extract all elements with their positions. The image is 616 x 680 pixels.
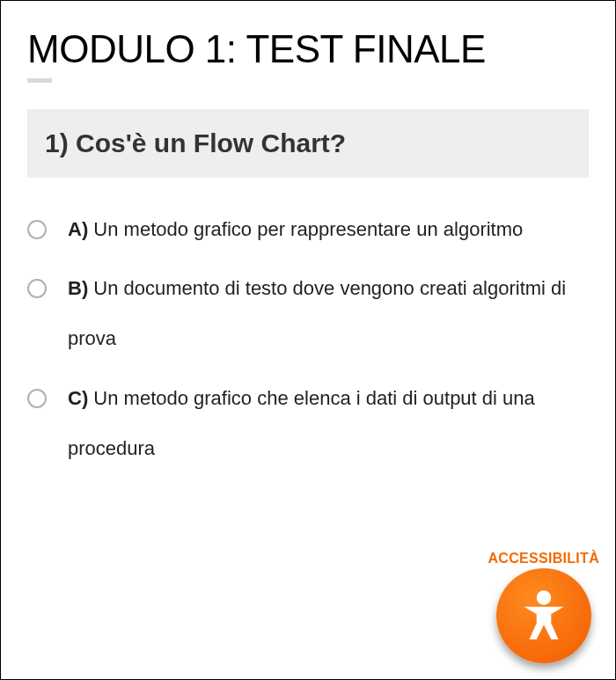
question-prompt: 1) Cos'è un Flow Chart? bbox=[27, 109, 589, 178]
option-a-letter: A) bbox=[68, 218, 88, 240]
option-a[interactable]: A) Un metodo grafico per rappresentare u… bbox=[27, 204, 589, 254]
title-underline bbox=[27, 78, 52, 83]
option-c-text: C) Un metodo grafico che elenca i dati d… bbox=[68, 373, 589, 473]
page-title: MODULO 1: TEST FINALE bbox=[27, 27, 589, 71]
option-b[interactable]: B) Un documento di testo dove vengono cr… bbox=[27, 263, 589, 363]
option-a-body: Un metodo grafico per rappresentare un a… bbox=[88, 218, 523, 240]
radio-a[interactable] bbox=[27, 220, 47, 239]
option-c[interactable]: C) Un metodo grafico che elenca i dati d… bbox=[27, 373, 589, 473]
option-c-letter: C) bbox=[68, 387, 88, 409]
accessibility-label: ACCESSIBILITÀ bbox=[488, 551, 599, 567]
option-c-body: Un metodo grafico che elenca i dati di o… bbox=[68, 387, 535, 459]
option-b-letter: B) bbox=[68, 277, 88, 299]
svg-point-0 bbox=[536, 590, 551, 605]
option-a-text: A) Un metodo grafico per rappresentare u… bbox=[68, 204, 589, 254]
radio-b[interactable] bbox=[27, 279, 47, 298]
person-icon bbox=[515, 587, 573, 645]
radio-c[interactable] bbox=[27, 389, 47, 408]
option-b-body: Un documento di testo dove vengono creat… bbox=[68, 277, 566, 349]
option-b-text: B) Un documento di testo dove vengono cr… bbox=[68, 263, 589, 363]
accessibility-button[interactable] bbox=[496, 568, 591, 663]
accessibility-widget: ACCESSIBILITÀ bbox=[488, 551, 599, 663]
